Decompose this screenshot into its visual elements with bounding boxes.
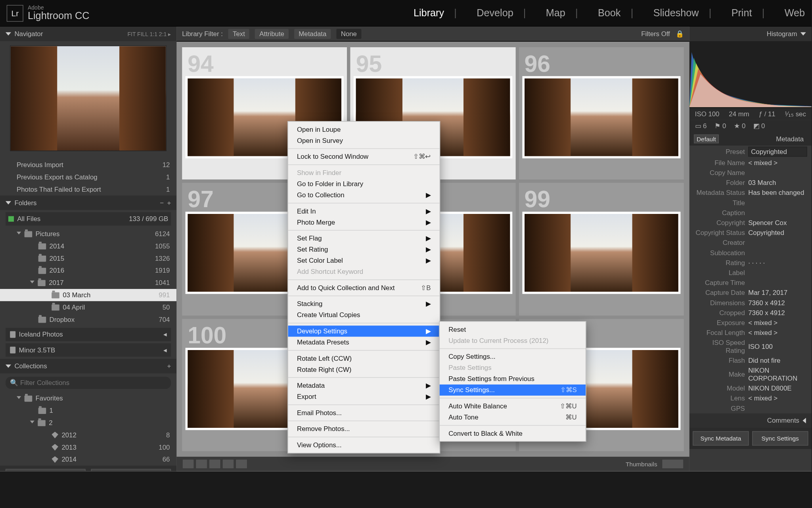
metadata-field[interactable]: Lens< mixed > — [689, 393, 812, 403]
menu-item[interactable]: Photo Merge▶ — [288, 217, 440, 228]
module-print[interactable]: Print — [732, 7, 752, 19]
metadata-preset-select[interactable]: Copyrighted — [748, 147, 807, 157]
filter-tab-none[interactable]: None — [337, 29, 362, 39]
volume-row[interactable]: Minor 3.5TB◂ — [6, 343, 171, 357]
people-view-button[interactable] — [236, 459, 248, 469]
menu-item[interactable]: Metadata Presets▶ — [288, 337, 440, 348]
metadata-field[interactable]: File Name< mixed > — [689, 158, 812, 168]
collections-filter-input[interactable]: 🔍 Filter Collections — [6, 377, 171, 389]
metadata-field[interactable]: Metadata StatusHas been changed — [689, 188, 812, 198]
collection-row[interactable]: 201466 — [0, 453, 176, 466]
menu-item[interactable]: Auto Tone⌘U — [440, 412, 586, 423]
metadata-field[interactable]: CopyrightSpencer Cox — [689, 218, 812, 228]
histogram-display[interactable] — [689, 41, 812, 108]
collection-row[interactable]: 2013100 — [0, 441, 176, 454]
histogram-header[interactable]: Histogram — [689, 27, 812, 41]
menu-item[interactable]: View Options... — [288, 439, 440, 450]
metadata-field[interactable]: Exposure< mixed > — [689, 318, 812, 328]
metadata-field[interactable]: Dimensions7360 x 4912 — [689, 298, 812, 308]
sync-settings-button[interactable]: Sync Settings — [752, 431, 808, 445]
metadata-field[interactable]: Cropped7360 x 4912 — [689, 308, 812, 318]
remove-folder-button[interactable]: − — [160, 199, 164, 207]
metadata-field[interactable]: Caption — [689, 208, 812, 218]
metadata-field[interactable]: Capture Time — [689, 278, 812, 288]
menu-item[interactable]: Open in Loupe — [288, 124, 440, 135]
menu-item[interactable]: Metadata▶ — [288, 380, 440, 391]
folder-row[interactable]: 20141055 — [0, 240, 176, 252]
menu-item[interactable]: Open in Survey — [288, 135, 440, 146]
metadata-field[interactable]: Title — [689, 198, 812, 208]
menu-item[interactable]: Set Flag▶ — [288, 233, 440, 244]
loupe-view-button[interactable] — [195, 459, 208, 469]
folder-row[interactable]: 20171041 — [0, 277, 176, 289]
navigator-preview[interactable] — [10, 46, 167, 151]
module-map[interactable]: Map — [546, 7, 565, 19]
metadata-field[interactable]: MakeNIKON CORPORATION — [689, 366, 812, 383]
menu-item[interactable]: Auto White Balance⇧⌘U — [440, 400, 586, 412]
menu-item[interactable]: Copy Settings... — [440, 351, 586, 362]
metadata-field[interactable]: Label — [689, 268, 812, 278]
navigator-zoom-modes[interactable]: FIT FILL 1:1 2:1 ▸ — [127, 31, 171, 37]
module-library[interactable]: Library — [414, 7, 444, 19]
survey-view-button[interactable] — [222, 459, 234, 469]
folder-row[interactable]: 20151326 — [0, 252, 176, 265]
catalog-list-row[interactable]: Previous Export as Catalog1 — [0, 171, 176, 183]
menu-item[interactable]: Edit In▶ — [288, 206, 440, 217]
metadata-field[interactable]: Sublocation — [689, 248, 812, 258]
collection-row[interactable]: 20128 — [0, 429, 176, 441]
import-button[interactable]: Import... — [6, 469, 86, 471]
folder-row[interactable]: 03 March991 — [0, 289, 176, 301]
metadata-field[interactable]: Rating· · · · · — [689, 258, 812, 268]
context-menu[interactable]: Open in LoupeOpen in SurveyLock to Secon… — [287, 121, 440, 453]
filter-tab-text[interactable]: Text — [228, 29, 249, 39]
module-web[interactable]: Web — [785, 7, 805, 19]
volume-row[interactable]: All Files 133 / 699 GB — [6, 212, 171, 226]
menu-item[interactable]: Reset — [440, 324, 586, 335]
comments-header[interactable]: Comments — [689, 414, 812, 428]
menu-item[interactable]: Rotate Right (CW) — [288, 364, 440, 375]
metadata-field[interactable]: ModelNIKON D800E — [689, 383, 812, 393]
menu-item[interactable]: Sync Settings...⇧⌘S — [440, 385, 586, 396]
metadata-field[interactable]: Capture DateMar 17, 2017 — [689, 288, 812, 298]
metadata-field[interactable]: ISO Speed RatingISO 100 — [689, 338, 812, 356]
menu-item[interactable]: Export▶ — [288, 391, 440, 402]
catalog-list-row[interactable]: Previous Import12 — [0, 159, 176, 171]
navigator-header[interactable]: Navigator FIT FILL 1:1 2:1 ▸ — [0, 27, 176, 41]
thumbnail-cell[interactable]: 96 — [519, 47, 684, 180]
thumbnail-cell[interactable]: 99 — [519, 183, 684, 316]
menu-item[interactable]: Set Color Label▶ — [288, 255, 440, 266]
module-book[interactable]: Book — [598, 7, 620, 19]
metadata-header[interactable]: Default Metadata — [689, 132, 812, 146]
folder-row[interactable]: 20161919 — [0, 264, 176, 277]
menu-item[interactable]: Remove Photos... — [288, 423, 440, 435]
add-folder-button[interactable]: + — [167, 199, 171, 207]
folders-header[interactable]: Folders − + — [0, 196, 176, 210]
menu-item[interactable]: Set Rating▶ — [288, 244, 440, 255]
compare-view-button[interactable] — [209, 459, 221, 469]
metadata-field[interactable]: Copy Name — [689, 168, 812, 178]
sync-metadata-button[interactable]: Sync Metadata — [693, 431, 749, 445]
menu-item[interactable]: Stacking▶ — [288, 298, 440, 310]
export-button[interactable]: Export... — [91, 469, 171, 471]
collections-header[interactable]: Collections + — [0, 359, 176, 373]
module-slideshow[interactable]: Slideshow — [653, 7, 699, 19]
collection-row[interactable]: Favorites — [0, 392, 176, 404]
menu-item[interactable]: Paste Settings from Previous — [440, 373, 586, 385]
collection-row[interactable]: 1 — [0, 404, 176, 417]
filter-tab-attribute[interactable]: Attribute — [255, 29, 289, 39]
filter-tab-metadata[interactable]: Metadata — [294, 29, 331, 39]
menu-item[interactable]: Go to Collection▶ — [288, 189, 440, 200]
menu-item[interactable]: Rotate Left (CCW) — [288, 353, 440, 364]
menu-item[interactable]: Go to Folder in Library — [288, 178, 440, 189]
module-develop[interactable]: Develop — [477, 7, 513, 19]
metadata-field[interactable]: GPS — [689, 403, 812, 413]
folder-row[interactable]: 04 April50 — [0, 301, 176, 314]
thumbnails-size-slider[interactable] — [662, 459, 684, 469]
metadata-field[interactable]: Copyright StatusCopyrighted — [689, 228, 812, 238]
volume-row[interactable]: Iceland Photos◂ — [6, 328, 171, 341]
menu-item[interactable]: Convert to Black & White — [440, 428, 586, 439]
folder-row[interactable]: Dropbox704 — [0, 314, 176, 326]
add-collection-button[interactable]: + — [167, 362, 171, 370]
filters-off-toggle[interactable]: Filters Off — [641, 30, 670, 38]
menu-item[interactable]: Create Virtual Copies — [288, 310, 440, 321]
